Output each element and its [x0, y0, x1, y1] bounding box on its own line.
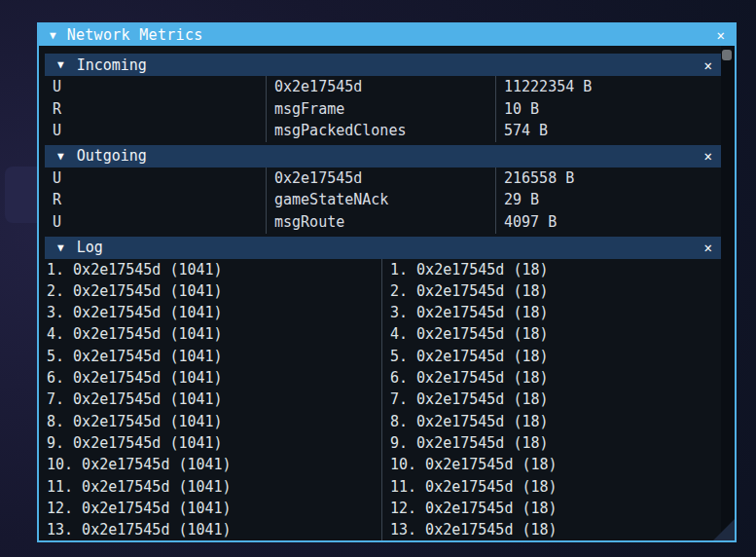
row-channel: U [45, 167, 266, 190]
log-entry: 3. 0x2e17545d (18) [390, 302, 721, 323]
log-entry: 7. 0x2e17545d (1041) [47, 389, 381, 410]
row-message-name: msgFrame [266, 98, 495, 121]
window-body: ▼ Incoming ✕ U 0x2e17545d 11222354 B [39, 46, 735, 540]
log-entry: 5. 0x2e17545d (1041) [47, 346, 381, 367]
outgoing-collapse-icon[interactable]: ▼ [57, 151, 64, 162]
log-entry: 3. 0x2e17545d (1041) [47, 302, 381, 323]
row-channel: R [45, 189, 266, 211]
log-entry: 6. 0x2e17545d (18) [390, 367, 721, 389]
section-outgoing: ▼ Outgoing ✕ U 0x2e17545d 216558 B R [45, 145, 721, 234]
log-entry: 8. 0x2e17545d (1041) [47, 411, 381, 432]
log-entry: 2. 0x2e17545d (18) [390, 280, 721, 302]
log-collapse-icon[interactable]: ▼ [57, 242, 64, 253]
log-column-right: 1. 0x2e17545d (18) 2. 0x2e17545d (18) 3.… [381, 259, 721, 540]
row-message-name: msgRoute [266, 211, 495, 234]
row-channel: U [45, 120, 266, 142]
row-message-name: 0x2e17545d [266, 76, 495, 98]
incoming-collapse-icon[interactable]: ▼ [57, 59, 64, 70]
section-log-header[interactable]: ▼ Log ✕ [45, 237, 721, 259]
log-close-icon[interactable]: ✕ [704, 241, 712, 254]
log-entry: 1. 0x2e17545d (1041) [47, 259, 381, 280]
outgoing-table-row: U msgRoute 4097 B [45, 211, 721, 234]
row-size: 4097 B [495, 211, 721, 234]
row-size: 29 B [495, 189, 721, 211]
outgoing-table-row: U 0x2e17545d 216558 B [45, 167, 721, 190]
window-content: ▼ Incoming ✕ U 0x2e17545d 11222354 B [39, 46, 721, 540]
log-entry: 12. 0x2e17545d (18) [390, 498, 721, 519]
log-entry: 5. 0x2e17545d (18) [390, 346, 721, 367]
scrollbar-thumb[interactable] [722, 50, 732, 60]
row-channel: U [45, 76, 266, 98]
incoming-title: Incoming [77, 56, 147, 74]
log-title: Log [77, 239, 103, 256]
row-message-name: gameStateNAck [266, 189, 495, 211]
scrollbar-track[interactable] [721, 46, 735, 540]
log-entry: 13. 0x2e17545d (18) [390, 519, 721, 540]
incoming-table: U 0x2e17545d 11222354 B R msgFrame 10 B … [45, 76, 721, 142]
incoming-close-icon[interactable]: ✕ [704, 58, 712, 72]
outgoing-title: Outgoing [77, 147, 147, 165]
outgoing-close-icon[interactable]: ✕ [704, 149, 712, 163]
window-titlebar[interactable]: ▼ Network Metrics ✕ [39, 24, 735, 46]
row-size: 216558 B [495, 167, 721, 190]
network-metrics-window: ▼ Network Metrics ✕ ▼ Incoming ✕ U 0x2e1… [37, 22, 737, 542]
log-column-left: 1. 0x2e17545d (1041) 2. 0x2e17545d (1041… [45, 259, 381, 540]
row-channel: R [45, 98, 266, 121]
incoming-table-row: U msgPackedClones 574 B [45, 120, 721, 142]
incoming-table-row: R msgFrame 10 B [45, 98, 721, 121]
log-entry: 9. 0x2e17545d (1041) [47, 432, 381, 454]
window-close-icon[interactable]: ✕ [717, 28, 725, 42]
window-title: Network Metrics [67, 26, 203, 44]
log-entry: 11. 0x2e17545d (18) [390, 476, 721, 498]
section-incoming: ▼ Incoming ✕ U 0x2e17545d 11222354 B [45, 54, 721, 142]
log-entry: 9. 0x2e17545d (18) [390, 432, 721, 454]
log-entry: 4. 0x2e17545d (1041) [47, 323, 381, 345]
log-entry: 4. 0x2e17545d (18) [390, 323, 721, 345]
log-entries: 1. 0x2e17545d (1041) 2. 0x2e17545d (1041… [45, 259, 721, 540]
outgoing-table: U 0x2e17545d 216558 B R gameStateNAck 29… [45, 167, 721, 234]
row-size: 10 B [495, 98, 721, 121]
log-entry: 10. 0x2e17545d (18) [390, 454, 721, 475]
log-entry: 2. 0x2e17545d (1041) [47, 280, 381, 302]
log-entry: 6. 0x2e17545d (1041) [47, 367, 381, 389]
section-incoming-header[interactable]: ▼ Incoming ✕ [45, 54, 721, 76]
resize-handle[interactable] [713, 519, 735, 540]
row-message-name: msgPackedClones [266, 120, 495, 142]
outgoing-table-row: R gameStateNAck 29 B [45, 189, 721, 211]
incoming-table-row: U 0x2e17545d 11222354 B [45, 76, 721, 98]
log-entry: 8. 0x2e17545d (18) [390, 411, 721, 432]
log-entry: 11. 0x2e17545d (1041) [47, 476, 381, 498]
row-size: 574 B [495, 120, 721, 142]
section-log: ▼ Log ✕ 1. 0x2e17545d (1041) 2. 0x2e1754… [45, 237, 721, 540]
log-entry: 12. 0x2e17545d (1041) [47, 498, 381, 519]
window-collapse-icon[interactable]: ▼ [50, 30, 56, 41]
log-entry: 13. 0x2e17545d (1041) [47, 519, 381, 540]
row-size: 11222354 B [495, 76, 721, 98]
section-outgoing-header[interactable]: ▼ Outgoing ✕ [45, 145, 721, 167]
log-entry: 10. 0x2e17545d (1041) [47, 454, 381, 475]
row-message-name: 0x2e17545d [266, 167, 495, 190]
log-entry: 7. 0x2e17545d (18) [390, 389, 721, 410]
log-entry: 1. 0x2e17545d (18) [390, 259, 721, 280]
row-channel: U [45, 211, 266, 234]
